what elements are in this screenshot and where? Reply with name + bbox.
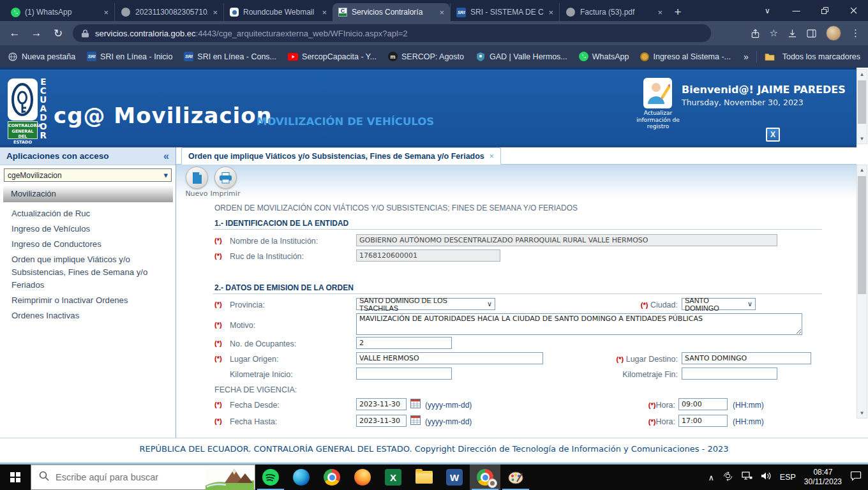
- chrome-menu-icon[interactable]: ⋮: [851, 27, 860, 39]
- new-tab-button[interactable]: +: [668, 3, 687, 21]
- close-icon[interactable]: ×: [657, 8, 662, 17]
- fecha-desde-input[interactable]: [356, 398, 407, 410]
- system-tray: ∧ ESP 08:47 30/11/2023: [708, 468, 868, 487]
- bookmark-nueva-pestana[interactable]: Nueva pestaña: [8, 52, 75, 62]
- scrollbar-thumb[interactable]: [858, 176, 866, 294]
- browser-tab-whatsapp[interactable]: (1) WhatsApp ×: [5, 3, 114, 21]
- share-icon[interactable]: [751, 29, 760, 38]
- reload-button[interactable]: ↻: [47, 24, 69, 43]
- bookmark-sercop-agosto[interactable]: m SERCOP: Agosto: [388, 52, 464, 61]
- bookmark-whatsapp[interactable]: WhatsApp: [579, 52, 629, 61]
- sidebar-item-actualizacion-ruc[interactable]: Actualización de Ruc: [0, 206, 172, 221]
- taskbar-app-spotify[interactable]: [255, 464, 286, 490]
- search-input[interactable]: [56, 472, 183, 482]
- forward-button[interactable]: →: [26, 24, 47, 43]
- volume-icon[interactable]: [761, 471, 772, 483]
- hora-hasta-input[interactable]: [678, 415, 728, 427]
- km-inicio-input[interactable]: [356, 368, 452, 380]
- nombre-institucion-input[interactable]: [356, 234, 777, 246]
- close-icon[interactable]: ×: [213, 8, 218, 17]
- ruc-institucion-input[interactable]: [356, 249, 500, 262]
- close-icon[interactable]: ×: [490, 152, 494, 161]
- sidebar-collapse-icon[interactable]: «: [163, 151, 169, 162]
- lugar-origen-input[interactable]: [356, 352, 543, 364]
- taskbar-app-chrome[interactable]: [317, 464, 347, 490]
- app-close-button[interactable]: X: [766, 128, 780, 142]
- all-bookmarks-label[interactable]: Todos los marcadores: [782, 52, 860, 61]
- downloads-icon[interactable]: [788, 29, 797, 38]
- network-icon[interactable]: [742, 471, 752, 483]
- language-indicator[interactable]: ESP: [780, 473, 796, 482]
- tab-search-chevron-icon[interactable]: ∨: [753, 0, 782, 21]
- action-center-icon[interactable]: [850, 471, 862, 484]
- tray-expand-icon[interactable]: ∧: [708, 473, 714, 482]
- browser-tab-roundcube[interactable]: Roundcube Webmail ×: [223, 3, 333, 21]
- scroll-down-arrow[interactable]: ▼: [857, 134, 867, 144]
- bookmark-sri-inicio[interactable]: SRI SRI en Línea - Inicio: [87, 52, 172, 61]
- calendar-icon[interactable]: [410, 399, 421, 408]
- taskbar-app-word[interactable]: W: [439, 464, 470, 490]
- bookmarks-overflow-chevron[interactable]: »: [744, 52, 749, 62]
- close-icon[interactable]: ×: [322, 8, 327, 17]
- sidebar-group-movilizacion[interactable]: Movilización: [3, 186, 173, 202]
- taskbar-app-edge[interactable]: [286, 464, 317, 490]
- browser-tab-factura-pdf[interactable]: Factura (53).pdf ×: [559, 3, 668, 21]
- document-tab-orden-viaticos[interactable]: Orden que implique Viáticos y/o Subsiste…: [181, 147, 501, 165]
- browser-tab-sri[interactable]: SRI SRI - SISTEMA DE CO ×: [450, 3, 559, 21]
- user-avatar-button[interactable]: [643, 78, 672, 108]
- address-bar[interactable]: servicios.contraloria.gob.ec:4443/cge_ar…: [73, 24, 711, 42]
- calendar-icon[interactable]: [410, 415, 421, 425]
- km-fin-input[interactable]: [682, 368, 777, 380]
- scroll-down-arrow[interactable]: ▼: [857, 408, 867, 418]
- close-window-button[interactable]: [839, 0, 868, 21]
- taskbar-app-excel[interactable]: X: [378, 464, 408, 490]
- ciudad-select[interactable]: SANTO DOMINGO ∨: [682, 298, 756, 310]
- print-button[interactable]: Imprimir: [211, 167, 239, 198]
- taskbar-app-paint[interactable]: [500, 464, 531, 490]
- bookmark-ingreso-al-sistema[interactable]: Ingreso al Sistema -...: [640, 52, 731, 61]
- bookmark-sri-consultas[interactable]: SRI SRI en Línea - Cons...: [184, 52, 276, 61]
- sidebar-item-orden-viaticos[interactable]: Orden que implique Viáticos y/o Subsiste…: [0, 252, 166, 293]
- bookmark-label: Ingreso al Sistema -...: [653, 52, 731, 61]
- side-panel-icon[interactable]: [807, 29, 816, 38]
- header-frame-scrollbar[interactable]: ▲ ▼: [857, 69, 867, 144]
- youtube-icon: [288, 52, 298, 62]
- display-sync-icon[interactable]: [722, 471, 733, 484]
- back-button[interactable]: ←: [4, 24, 26, 43]
- ocupantes-input[interactable]: [356, 337, 452, 349]
- taskbar-app-file-explorer[interactable]: [408, 464, 439, 490]
- minimize-button[interactable]: —: [782, 0, 811, 21]
- sidebar-item-ordenes-inactivas[interactable]: Ordenes Inactivas: [0, 308, 172, 323]
- content-frame-scrollbar[interactable]: ▲ ▼: [857, 165, 867, 419]
- scroll-up-arrow[interactable]: ▲: [857, 70, 867, 79]
- application-select[interactable]: cgeMovilizacion ▾: [4, 168, 172, 182]
- start-button[interactable]: [0, 464, 31, 490]
- close-icon[interactable]: ×: [439, 8, 444, 17]
- restore-button[interactable]: [811, 0, 839, 21]
- profile-avatar[interactable]: [826, 26, 841, 41]
- motivo-textarea[interactable]: MAVILIZACIÓN DE AUTORIDADES HACIA LA CIU…: [356, 313, 802, 335]
- taskbar-search[interactable]: [31, 464, 255, 490]
- taskbar-app-firefox[interactable]: [347, 464, 378, 490]
- sidebar-item-reimprimir-ordenes[interactable]: Reimprimir o Inactivar Ordenes: [0, 293, 172, 308]
- new-button[interactable]: Nuevo: [183, 167, 211, 198]
- browser-tab-servicios-contraloria[interactable]: C Servicios Contraloría ×: [333, 3, 450, 21]
- divider: [756, 51, 757, 63]
- sidebar-item-ingreso-conductores[interactable]: Ingreso de Conductores: [0, 237, 172, 252]
- provincia-select[interactable]: SANTO DOMINGO DE LOS TSACHILAS ∨: [356, 298, 495, 310]
- hora-desde-input[interactable]: [678, 398, 728, 410]
- taskbar-app-chrome-active[interactable]: [470, 464, 500, 490]
- close-icon[interactable]: ×: [548, 8, 553, 17]
- close-icon[interactable]: ×: [103, 8, 108, 17]
- search-highlight-image[interactable]: [206, 466, 254, 490]
- scroll-up-arrow[interactable]: ▲: [857, 165, 867, 175]
- bookmark-sercopcapacita[interactable]: SercopCapacita - Y...: [288, 52, 377, 62]
- fecha-hasta-input[interactable]: [356, 415, 407, 427]
- bookmark-star-icon[interactable]: ☆: [770, 27, 778, 39]
- scrollbar-thumb[interactable]: [858, 80, 866, 124]
- lugar-destino-input[interactable]: [682, 352, 811, 364]
- sidebar-item-ingreso-vehiculos[interactable]: Ingreso de Vehículos: [0, 221, 172, 237]
- bookmark-gad-valle-hermoso[interactable]: GAD | Valle Hermos...: [475, 52, 567, 62]
- browser-tab-pdf-download[interactable]: 20231130082305710.p ×: [114, 3, 223, 21]
- taskbar-clock[interactable]: 08:47 30/11/2023: [804, 468, 842, 487]
